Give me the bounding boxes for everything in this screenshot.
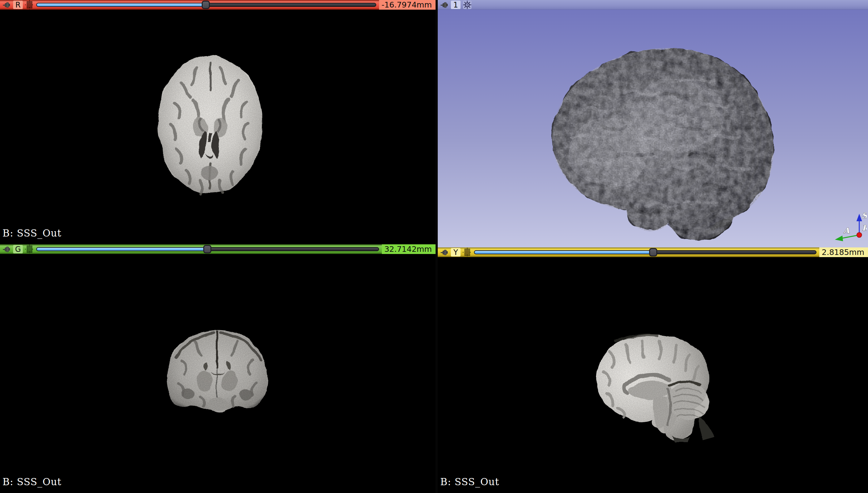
superior-axis-arrow [856,214,862,221]
slicer-fourup-layout: R -16.7974mm [0,0,868,493]
pushpin-icon[interactable] [2,246,11,252]
slider-track-empty [653,250,817,254]
yellow-slice-viewport[interactable]: B: SSS_Out [438,257,868,493]
threeD-viewport[interactable]: S A R [438,10,868,248]
yellow-view-background-volume-label: B: SSS_Out [440,476,499,487]
anterior-axis-label: A [843,226,850,235]
slider-track-filled [36,247,207,251]
yellow-view-label[interactable]: Y [451,248,460,256]
green-slice-controller-bar: G 32.7142mm [0,244,436,254]
sagittal-brain-slice-image [578,323,726,443]
right-axis-label: R [862,223,867,233]
red-view-background-volume-label: B: SSS_Out [2,228,62,239]
superior-axis-label: S [862,211,867,220]
anterior-axis-arrow [835,236,843,241]
green-slice-offset-value[interactable]: 32.7142mm [382,244,436,254]
right-column: 1 [438,0,868,493]
crosshair-icon[interactable] [463,248,472,257]
pushpin-icon[interactable] [440,250,449,255]
pushpin-icon[interactable] [2,2,11,8]
red-view-label[interactable]: R [13,1,23,9]
crosshair-icon[interactable] [25,244,34,254]
spin-crosshair-icon[interactable] [463,0,472,9]
yellow-slider-handle[interactable] [649,248,657,256]
red-slice-controller-bar: R -16.7974mm [0,0,436,10]
red-slice-offset-slider[interactable] [36,0,377,10]
orientation-axes-widget: S A R [832,210,867,247]
slider-track-filled [474,250,653,254]
right-axis-dot [857,233,862,237]
slider-track-filled [36,3,206,7]
red-slice-viewport[interactable]: B: SSS_Out [0,10,436,244]
left-column: R -16.7974mm [0,0,436,493]
crosshair-icon[interactable] [25,0,34,9]
yellow-slice-offset-value[interactable]: 2.8185mm [819,248,868,257]
pane-divider [436,0,438,493]
green-slider-handle[interactable] [203,245,211,253]
green-view-label[interactable]: G [13,245,23,253]
slider-track-empty [206,3,376,7]
green-slice-viewport[interactable]: B: SSS_Out [0,254,436,493]
volume-rendered-brain [515,34,787,247]
threeD-view-controller-bar: 1 [438,0,868,10]
axial-brain-slice-image [149,50,271,199]
red-slice-offset-value[interactable]: -16.7974mm [379,0,436,10]
green-view-background-volume-label: B: SSS_Out [2,476,62,487]
red-slider-handle[interactable] [202,1,210,9]
yellow-slice-offset-slider[interactable] [474,248,817,257]
slider-track-empty [207,247,379,251]
green-slice-offset-slider[interactable] [36,244,380,254]
yellow-slice-controller-bar: Y 2.8185mm [438,248,868,257]
pushpin-icon[interactable] [440,2,449,8]
coronal-brain-slice-image [158,320,276,417]
threeD-view-label[interactable]: 1 [451,1,460,9]
